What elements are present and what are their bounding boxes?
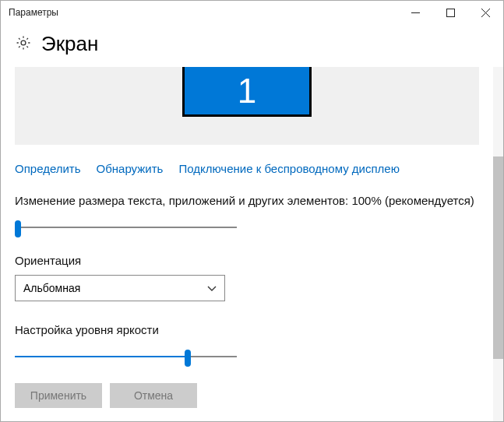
slider-fill [15,356,188,357]
monitor-1[interactable]: 1 [182,67,312,117]
close-icon [481,9,490,17]
brightness-label: Настройка уровня яркости [15,323,489,336]
page-title: Экран [41,32,98,56]
close-button[interactable] [468,1,503,24]
apply-button[interactable]: Применить [15,383,102,408]
scrollbar-track[interactable] [493,67,503,422]
page-header: Экран [1,24,503,67]
window-controls [398,1,503,24]
monitor-number: 1 [238,72,256,111]
identify-link[interactable]: Определить [15,162,81,175]
titlebar: Параметры [1,1,503,24]
orientation-label: Ориентация [15,254,489,267]
connect-wireless-link[interactable]: Подключение к беспроводному дисплею [178,162,400,175]
slider-thumb[interactable] [185,350,191,367]
svg-rect-1 [447,9,455,16]
display-actions: Определить Обнаружить Подключение к бесп… [15,145,479,194]
orientation-dropdown[interactable]: Альбомная [15,275,225,301]
brightness-slider[interactable] [15,349,237,364]
maximize-icon [446,9,455,17]
gear-icon [15,34,32,54]
cancel-button[interactable]: Отмена [110,383,197,408]
orientation-value: Альбомная [23,282,80,294]
display-preview-area: 1 [15,67,479,145]
additional-settings-link[interactable]: Дополнительные параметры экрана [15,419,489,422]
action-buttons: Применить Отмена [15,383,489,408]
chevron-down-icon [207,282,217,294]
detect-link[interactable]: Обнаружить [97,162,164,175]
scale-slider[interactable] [15,220,237,235]
window-title: Параметры [9,7,58,18]
slider-thumb[interactable] [15,220,21,237]
content-area: 1 Определить Обнаружить Подключение к бе… [1,67,503,422]
slider-track [15,227,237,228]
scrollbar-thumb[interactable] [493,156,503,359]
minimize-icon [411,9,420,17]
scale-label: Изменение размера текста, приложений и д… [15,194,489,207]
maximize-button[interactable] [433,1,468,24]
minimize-button[interactable] [398,1,433,24]
svg-point-4 [21,40,26,45]
